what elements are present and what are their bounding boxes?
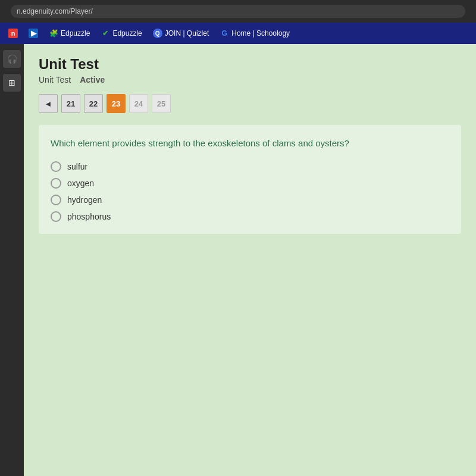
- answer-options: sulfur oxygen hydrogen phosphorus: [51, 161, 449, 222]
- answer-option-phosphorus[interactable]: phosphorus: [51, 211, 449, 222]
- sidebar-headphones-button[interactable]: 🎧: [3, 50, 21, 68]
- question-area: Which element provides strength to the e…: [39, 125, 461, 234]
- question-22-button[interactable]: 22: [84, 94, 103, 113]
- bookmark-edpuzzle[interactable]: 🧩 Edpuzzle: [45, 27, 93, 39]
- question-23-button[interactable]: 23: [107, 94, 126, 113]
- url-bar[interactable]: n.edgenuity.com/Player/: [11, 5, 465, 18]
- left-sidebar: 🎧 ⊞: [0, 44, 24, 476]
- question-nav: ◄ 21 22 23 24 25: [39, 94, 461, 113]
- page-content: Unit Test Unit Test Active ◄ 21 22 23 24…: [24, 44, 476, 476]
- answer-option-oxygen[interactable]: oxygen: [51, 178, 449, 189]
- bookmark-schoology[interactable]: G Home | Schoology: [216, 27, 293, 39]
- bookmark-quizlet[interactable]: Q JOIN | Quizlet: [149, 27, 212, 39]
- formative-icon: ✔: [101, 29, 110, 38]
- answer-label-phosphorus: phosphorus: [67, 212, 111, 221]
- bookmark-n[interactable]: n: [5, 27, 21, 39]
- answer-option-hydrogen[interactable]: hydrogen: [51, 195, 449, 205]
- prev-button[interactable]: ◄: [39, 94, 58, 113]
- play-icon: ▶: [29, 29, 38, 38]
- bookmark-formative[interactable]: ✔ Edpuzzle: [97, 27, 145, 39]
- bookmarks-bar: n ▶ 🧩 Edpuzzle ✔ Edpuzzle Q JOIN | Quizl…: [0, 23, 476, 44]
- question-text: Which element provides strength to the e…: [51, 137, 449, 151]
- radio-sulfur[interactable]: [51, 161, 61, 172]
- answer-label-sulfur: sulfur: [67, 162, 87, 171]
- quizlet-icon: Q: [153, 29, 162, 38]
- question-21-button[interactable]: 21: [61, 94, 80, 113]
- status-value: Active: [80, 75, 105, 84]
- answer-option-sulfur[interactable]: sulfur: [51, 161, 449, 172]
- page-title: Unit Test: [39, 56, 461, 73]
- edpuzzle-icon: 🧩: [49, 29, 58, 38]
- question-24-button[interactable]: 24: [129, 94, 148, 113]
- main-content: 🎧 ⊞ Unit Test Unit Test Active ◄ 21 22 2…: [0, 44, 476, 476]
- bookmark-play[interactable]: ▶: [25, 27, 42, 39]
- answer-label-oxygen: oxygen: [67, 178, 94, 188]
- status-label: Unit Test: [39, 75, 71, 84]
- browser-chrome: n.edgenuity.com/Player/: [0, 0, 476, 23]
- status-row: Unit Test Active: [39, 75, 461, 84]
- sidebar-grid-button[interactable]: ⊞: [3, 74, 21, 92]
- answer-label-hydrogen: hydrogen: [67, 195, 102, 205]
- bookmark-schoology-label: Home | Schoology: [231, 29, 290, 37]
- radio-oxygen[interactable]: [51, 178, 61, 189]
- bookmark-quizlet-label: JOIN | Quizlet: [165, 29, 209, 37]
- question-25-button[interactable]: 25: [152, 94, 171, 113]
- bookmark-formative-label: Edpuzzle: [112, 29, 142, 37]
- n-icon: n: [8, 29, 18, 38]
- bookmark-edpuzzle-label: Edpuzzle: [61, 29, 90, 37]
- radio-hydrogen[interactable]: [51, 195, 61, 205]
- radio-phosphorus[interactable]: [51, 211, 61, 222]
- google-icon: G: [220, 29, 229, 38]
